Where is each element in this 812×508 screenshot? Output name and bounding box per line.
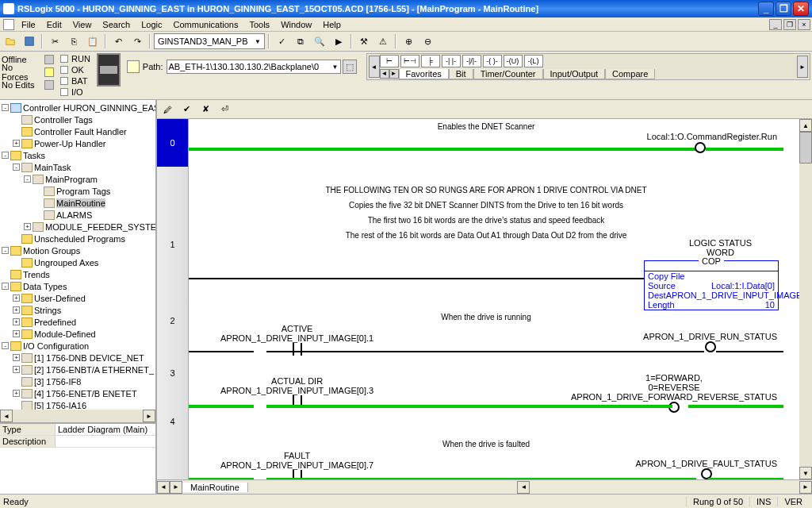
- otu-button[interactable]: -(U): [504, 55, 523, 67]
- xref-button[interactable]: ⧉: [292, 33, 309, 49]
- tree-label[interactable]: [2] 1756-ENBT/A ETHERNET_: [34, 365, 154, 375]
- tree-toggle[interactable]: +: [13, 140, 20, 147]
- path-input[interactable]: AB_ETH-1\130.130.130.2\Backplane\0▼: [167, 60, 341, 74]
- tree-toggle[interactable]: +: [13, 330, 20, 337]
- tree-node[interactable]: +[2] 1756-ENBT/A ETHERNET_: [2, 364, 154, 375]
- ote-instruction[interactable]: APRON_1_DRIVE_FAULT_STATUS: [636, 459, 778, 479]
- tab-prev-button[interactable]: ◄: [157, 481, 170, 494]
- tree-label[interactable]: MODULE_FEEDER_SYSTE: [45, 222, 155, 232]
- scroll-left-button[interactable]: ◄: [0, 410, 13, 422]
- accept-button[interactable]: ✔: [178, 102, 195, 117]
- menu-help[interactable]: Help: [317, 20, 347, 29]
- rung-0[interactable]: 0: [157, 119, 188, 167]
- tree-node[interactable]: +[1] 1756-DNB DEVICE_NET: [2, 352, 154, 364]
- tree-label[interactable]: [4] 1756-ENET/B ENETET: [34, 389, 137, 398]
- zoom-out-button[interactable]: ⊖: [419, 33, 436, 49]
- tree-node[interactable]: Ungrouped Axes: [2, 256, 154, 268]
- rswho-icon[interactable]: [127, 60, 140, 73]
- ote-instruction[interactable]: 1=FORWARD, 0=REVERSE APRON_1_DRIVE_FORWA…: [571, 373, 777, 414]
- path-browse-button[interactable]: ⬚: [343, 60, 357, 74]
- tabs-prev-button[interactable]: ◄: [380, 69, 389, 79]
- scroll-right-button[interactable]: ►: [143, 410, 155, 422]
- tree-hscroll[interactable]: ◄ ►: [0, 410, 155, 422]
- tree-label[interactable]: Tasks: [23, 151, 45, 160]
- tree-label[interactable]: Unscheduled Programs: [34, 234, 125, 244]
- tree-toggle[interactable]: +: [13, 354, 20, 361]
- menu-view[interactable]: View: [67, 20, 98, 29]
- tree-node[interactable]: +Predefined: [2, 316, 154, 328]
- tree-toggle[interactable]: -: [2, 342, 9, 349]
- tree-node[interactable]: Controller Fault Handler: [2, 125, 154, 137]
- tree-label[interactable]: I/O Configuration: [23, 341, 89, 351]
- tree-label[interactable]: Controller Fault Handler: [34, 127, 127, 137]
- tree-node[interactable]: +Power-Up Handler: [2, 137, 154, 149]
- tree-toggle[interactable]: +: [13, 294, 20, 302]
- tree-toggle[interactable]: -: [2, 152, 9, 159]
- hscroll-left-button[interactable]: ◄: [517, 481, 530, 494]
- tab-favorites[interactable]: Favorites: [399, 69, 449, 79]
- xic-instruction[interactable]: FAULT APRON_1_DRIVE_INPUT_IMAGE[0].7: [220, 451, 373, 479]
- tree-toggle[interactable]: +: [13, 318, 20, 325]
- tree-toggle[interactable]: -: [24, 175, 31, 183]
- ote-button[interactable]: -( )-: [483, 55, 502, 67]
- tree-label[interactable]: Predefined: [34, 318, 76, 327]
- redo-button[interactable]: ↷: [128, 33, 146, 49]
- tree-label[interactable]: ALARMS: [56, 210, 92, 220]
- scroll-thumb[interactable]: [799, 132, 812, 164]
- menu-file[interactable]: File: [16, 20, 41, 29]
- routine-selector[interactable]: GINSTAND3_MAN_PB ▼: [154, 33, 265, 49]
- tab-compare[interactable]: Compare: [605, 69, 655, 79]
- tree-label[interactable]: Module-Defined: [34, 329, 96, 339]
- xic-button[interactable]: -| |-: [442, 55, 461, 67]
- save-button[interactable]: [21, 33, 38, 49]
- elements-next-button[interactable]: ►: [797, 56, 808, 78]
- tree-toggle[interactable]: -: [2, 247, 9, 254]
- tree-label[interactable]: Program Tags: [56, 187, 110, 196]
- tab-io[interactable]: Input/Output: [543, 69, 606, 79]
- minimize-button[interactable]: _: [758, 2, 774, 16]
- build-button[interactable]: ⚒: [355, 33, 373, 49]
- menu-communications[interactable]: Communications: [168, 20, 244, 29]
- tree-label[interactable]: Controller Tags: [34, 115, 93, 125]
- tree-node[interactable]: +Module-Defined: [2, 328, 154, 340]
- hscroll-right-button[interactable]: ►: [799, 481, 812, 494]
- undo-button[interactable]: ↶: [109, 33, 127, 49]
- tree-node[interactable]: +Strings: [2, 304, 154, 316]
- tree-toggle[interactable]: +: [13, 306, 20, 314]
- menu-window[interactable]: Window: [275, 20, 317, 29]
- cancel-button[interactable]: ✘: [197, 102, 214, 117]
- editor-vscroll[interactable]: ▲ ▼: [799, 119, 812, 479]
- tree-toggle[interactable]: +: [13, 390, 20, 397]
- menu-search[interactable]: Search: [97, 20, 136, 29]
- tree-label[interactable]: Controller HURON_GINNING_EAS: [23, 103, 155, 113]
- tree-node[interactable]: -Controller HURON_GINNING_EAS: [2, 102, 154, 114]
- tree-node[interactable]: [5] 1756-IA16: [2, 399, 154, 410]
- finalize-button[interactable]: ⏎: [216, 102, 233, 117]
- mdi-minimize-button[interactable]: _: [769, 19, 782, 30]
- tree-toggle[interactable]: +: [24, 223, 31, 230]
- tree-node[interactable]: +MODULE_FEEDER_SYSTE: [2, 221, 154, 233]
- mdi-restore-button[interactable]: ❐: [783, 19, 796, 30]
- branch-button[interactable]: ⊢⊣: [400, 55, 419, 67]
- tree-label[interactable]: Power-Up Handler: [34, 139, 105, 148]
- paste-button[interactable]: 📋: [84, 33, 102, 49]
- tree-label[interactable]: Motion Groups: [23, 246, 80, 256]
- tree-node[interactable]: -Motion Groups: [2, 244, 154, 256]
- tree-node[interactable]: -MainProgram: [2, 173, 154, 185]
- tree-toggle[interactable]: -: [2, 283, 9, 290]
- tree-node[interactable]: Trends: [2, 268, 154, 280]
- ote-instruction[interactable]: [695, 142, 706, 153]
- rung-button[interactable]: ⊢: [380, 55, 399, 67]
- tree-node[interactable]: -Data Types: [2, 280, 154, 292]
- verify-button[interactable]: ✓: [273, 33, 290, 49]
- tree-label[interactable]: MainProgram: [45, 175, 98, 184]
- forces-indicator[interactable]: [44, 67, 54, 77]
- rung-1[interactable]: 1: [157, 238, 188, 251]
- zoom-in-button[interactable]: ⊕: [400, 33, 417, 49]
- cut-button[interactable]: ✂: [46, 33, 63, 49]
- go-button[interactable]: ▶: [330, 33, 347, 49]
- tab-timer[interactable]: Timer/Counter: [473, 69, 543, 79]
- elements-prev-button[interactable]: ◄: [369, 56, 380, 78]
- tree-node[interactable]: ALARMS: [2, 209, 154, 221]
- tab-mainroutine[interactable]: MainRoutine: [182, 483, 248, 492]
